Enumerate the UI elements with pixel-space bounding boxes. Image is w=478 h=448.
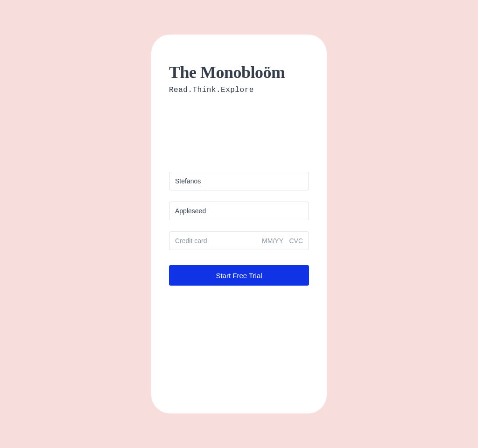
credit-card-cvc-input[interactable]: [288, 237, 303, 245]
credit-card-group: [169, 231, 309, 250]
page-subtitle: Read.Think.Explore: [169, 86, 309, 94]
start-free-trial-button[interactable]: Start Free Trial: [169, 265, 309, 286]
signup-card: The Monobloöm Read.Think.Explore Start F…: [151, 35, 327, 413]
last-name-input[interactable]: [169, 202, 309, 220]
page-title: The Monobloöm: [169, 63, 309, 82]
signup-form: Start Free Trial: [169, 172, 309, 286]
credit-card-number-input[interactable]: [175, 237, 254, 245]
first-name-input[interactable]: [169, 172, 309, 190]
credit-card-expiry-input[interactable]: [259, 237, 283, 245]
